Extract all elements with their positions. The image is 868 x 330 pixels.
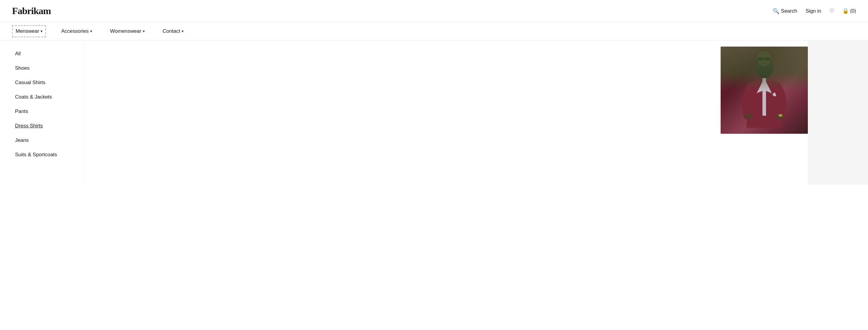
cart-count: (0) (850, 8, 856, 14)
svg-rect-7 (779, 114, 782, 117)
dropdown-item-shoes[interactable]: Shoes (0, 61, 84, 75)
promo-image (721, 46, 808, 134)
nav-item-accessories[interactable]: Accessories ▾ (58, 26, 95, 37)
promo-image-container (721, 46, 808, 134)
dropdown-item-pants[interactable]: Pants (0, 104, 84, 119)
nav-label-womenswear: Womenswear (110, 28, 142, 34)
site-logo: Fabrikam (12, 5, 51, 16)
nav-label-menswear: Menswear (16, 28, 39, 34)
site-header: Fabrikam 🔍 Search Sign in ♡ 🔒 (0) (0, 0, 868, 22)
chevron-down-icon: ▾ (40, 29, 42, 33)
dropdown-item-dress-shirts[interactable]: Dress Shirts (0, 119, 84, 133)
chevron-down-icon: ▾ (143, 29, 145, 33)
signin-button[interactable]: Sign in (805, 8, 821, 14)
main-navbar: Menswear ▾ Accessories ▾ Womenswear ▾ Co… (0, 22, 868, 40)
nav-item-menswear[interactable]: Menswear ▾ (12, 25, 46, 37)
nav-item-womenswear[interactable]: Womenswear ▾ (107, 26, 148, 37)
dropdown-content-area (84, 40, 868, 185)
header-actions: 🔍 Search Sign in ♡ 🔒 (0) (773, 8, 856, 14)
chevron-down-icon: ▾ (90, 29, 92, 33)
search-icon: 🔍 (773, 8, 779, 14)
chevron-down-icon: ▾ (182, 29, 183, 33)
dropdown-item-jeans[interactable]: Jeans (0, 133, 84, 147)
heart-icon: ♡ (830, 8, 834, 14)
dropdown-menu-list: All Shoes Casual Shirts Coats & Jackets … (0, 40, 84, 185)
right-sidebar-bg (808, 40, 868, 185)
nav-label-accessories: Accessories (61, 28, 89, 34)
search-button[interactable]: 🔍 Search (773, 8, 797, 14)
menswear-dropdown: All Shoes Casual Shirts Coats & Jackets … (0, 40, 868, 185)
svg-point-2 (744, 113, 752, 119)
wishlist-button[interactable]: ♡ (830, 8, 834, 14)
dropdown-item-suits-sportcoats[interactable]: Suits & Sportcoats (0, 147, 84, 162)
dropdown-item-casual-shirts[interactable]: Casual Shirts (0, 75, 84, 90)
nav-item-contact[interactable]: Contact ▾ (160, 26, 187, 37)
cart-lock-icon: 🔒 (842, 8, 849, 14)
dropdown-item-coats-jackets[interactable]: Coats & Jackets (0, 90, 84, 104)
signin-label: Sign in (805, 8, 821, 14)
search-label: Search (781, 8, 797, 14)
cart-button[interactable]: 🔒 (0) (842, 8, 856, 14)
dropdown-item-all[interactable]: All (0, 46, 84, 61)
nav-label-contact: Contact (163, 28, 181, 34)
